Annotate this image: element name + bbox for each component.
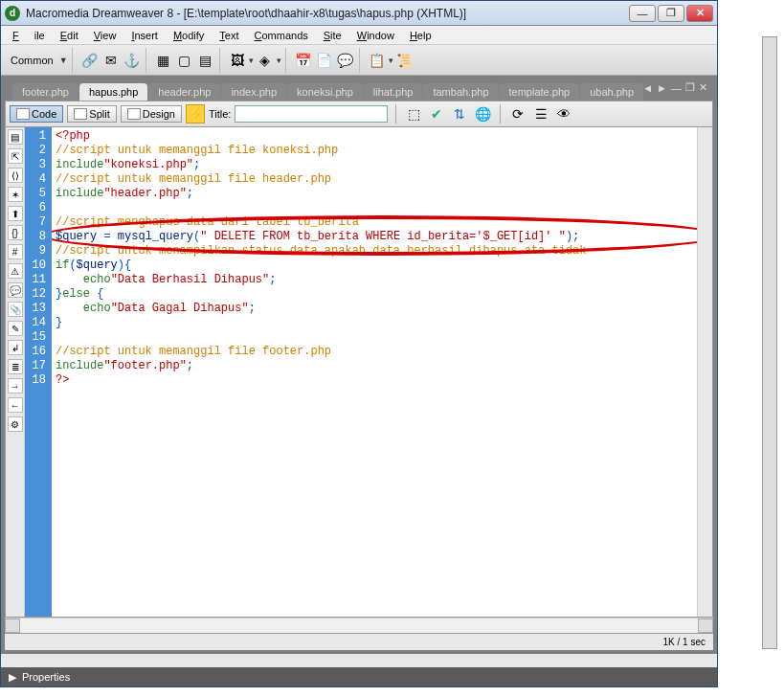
line-numbers-icon[interactable]: # xyxy=(8,244,23,259)
tab-scroll-left-icon[interactable]: ◄ xyxy=(642,82,653,94)
highlight-invalid-icon[interactable]: ⚠ xyxy=(8,263,23,279)
open-documents-icon[interactable]: ▤ xyxy=(8,129,23,145)
properties-panel-header[interactable]: ▶ Properties xyxy=(1,667,717,686)
preview-browser-icon[interactable]: 🌐 xyxy=(473,104,492,124)
media-icon[interactable]: ◈ xyxy=(256,51,275,70)
no-browser-check-icon[interactable]: ⬚ xyxy=(404,104,423,124)
app-icon: d xyxy=(5,6,20,21)
doc-minimize-icon[interactable]: — xyxy=(671,82,682,94)
tab-lihat[interactable]: lihat.php xyxy=(364,83,423,101)
insert-category-label[interactable]: Common xyxy=(11,55,57,66)
chevron-down-icon[interactable]: ▾ xyxy=(249,56,254,65)
refresh-icon[interactable]: ⟳ xyxy=(508,104,527,124)
design-view-button[interactable]: Design xyxy=(121,105,182,123)
date-icon[interactable]: 📅 xyxy=(294,51,313,70)
code-toolbar-vertical: ▤ ⇱ ⟨⟩ ✶ ⬆ {} # ⚠ 💬 📎 ✎ ↲ ≣ → ← ⚙ xyxy=(6,127,25,617)
tab-index[interactable]: index.php xyxy=(221,83,286,101)
line-number-gutter: 123456789101112131415161718 xyxy=(25,127,52,617)
title-label: Title: xyxy=(209,108,231,120)
titlebar-text: Macromedia Dreamweaver 8 - [E:\template\… xyxy=(26,7,629,20)
tab-header[interactable]: header.php xyxy=(148,83,220,101)
expand-all-icon[interactable]: ✶ xyxy=(8,187,23,202)
menu-window[interactable]: Window xyxy=(349,28,402,43)
hyperlink-icon[interactable]: 🔗 xyxy=(80,51,100,70)
title-input[interactable] xyxy=(235,105,388,123)
horizontal-scrollbar[interactable] xyxy=(5,618,713,633)
balance-braces-icon[interactable]: {} xyxy=(8,225,23,240)
layout-icon[interactable]: ▤ xyxy=(196,51,215,70)
visual-aids-icon[interactable]: 👁 xyxy=(554,104,573,124)
named-anchor-icon[interactable]: ⚓ xyxy=(123,51,142,70)
menu-insert[interactable]: Insert xyxy=(123,28,166,43)
live-data-icon[interactable]: ⚡ xyxy=(186,104,205,124)
close-button[interactable]: ✕ xyxy=(686,5,713,22)
auto-indent-icon[interactable]: 📎 xyxy=(8,302,23,317)
syntax-coloring-icon[interactable]: 💬 xyxy=(8,282,23,298)
tab-ubah[interactable]: ubah.php xyxy=(580,83,643,101)
background-frame xyxy=(762,36,777,649)
expand-arrow-icon: ▶ xyxy=(9,671,16,684)
status-text: 1K / 1 sec xyxy=(663,637,706,647)
tab-tambah[interactable]: tambah.php xyxy=(423,83,498,101)
comment-icon[interactable]: 💬 xyxy=(336,51,355,70)
menu-commands[interactable]: Commands xyxy=(247,28,316,43)
status-bar: 1K / 1 sec xyxy=(5,633,713,650)
design-view-icon xyxy=(127,108,141,120)
collapse-full-tag-icon[interactable]: ⇱ xyxy=(8,148,23,164)
validate-icon[interactable]: ✔ xyxy=(427,104,446,124)
tab-koneksi[interactable]: koneksi.php xyxy=(287,83,363,101)
tab-scroll-right-icon[interactable]: ► xyxy=(657,82,667,94)
tab-hapus[interactable]: hapus.php xyxy=(79,83,147,101)
apply-comment-icon[interactable]: ✎ xyxy=(8,321,23,336)
menu-view[interactable]: View xyxy=(86,28,124,43)
menu-site[interactable]: Site xyxy=(316,28,349,43)
split-view-button[interactable]: Split xyxy=(67,105,116,123)
select-parent-tag-icon[interactable]: ⬆ xyxy=(8,206,23,221)
titlebar: d Macromedia Dreamweaver 8 - [E:\templat… xyxy=(1,1,717,26)
insert-toolbar: Common ▼ 🔗 ✉ ⚓ ▦ ▢ ▤ 🖼▾ ◈▾ 📅 📄 💬 📋▾ 📜 xyxy=(1,45,717,76)
window-controls: — ❐ ✕ xyxy=(629,5,713,22)
format-source-icon[interactable]: ⚙ xyxy=(8,416,23,432)
head-icon[interactable]: 📋 xyxy=(368,51,387,70)
view-options-icon[interactable]: ☰ xyxy=(531,104,550,124)
split-view-icon xyxy=(74,108,87,120)
properties-label: Properties xyxy=(22,671,70,683)
maximize-button[interactable]: ❐ xyxy=(658,5,684,22)
scroll-left-button[interactable] xyxy=(5,618,20,633)
menubar: File Edit View Insert Modify Text Comman… xyxy=(1,26,717,45)
doc-close-icon[interactable]: ✕ xyxy=(699,81,707,94)
tab-footer[interactable]: footer.php xyxy=(12,83,78,101)
email-link-icon[interactable]: ✉ xyxy=(101,51,121,70)
minimize-button[interactable]: — xyxy=(629,5,656,22)
collapse-selection-icon[interactable]: ⟨⟩ xyxy=(8,168,23,183)
document-toolbar: Code Split Design ⚡ Title: ⬚ ✔ ⇅ 🌐 ⟳ ☰ 👁 xyxy=(5,101,713,127)
tab-template[interactable]: template.php xyxy=(500,83,580,101)
application-window: d Macromedia Dreamweaver 8 - [E:\templat… xyxy=(0,0,718,687)
menu-modify[interactable]: Modify xyxy=(166,28,212,43)
div-icon[interactable]: ▢ xyxy=(175,51,194,70)
vertical-scrollbar[interactable] xyxy=(697,127,712,617)
chevron-down-icon[interactable]: ▾ xyxy=(277,56,281,65)
indent-icon[interactable]: → xyxy=(8,378,23,393)
document-area: footer.php hapus.php header.php index.ph… xyxy=(1,76,717,654)
table-icon[interactable]: ▦ xyxy=(154,51,173,70)
code-editor: ▤ ⇱ ⟨⟩ ✶ ⬆ {} # ⚠ 💬 📎 ✎ ↲ ≣ → ← ⚙ 123456… xyxy=(5,127,713,618)
chevron-down-icon[interactable]: ▾ xyxy=(389,56,393,65)
code-view-button[interactable]: Code xyxy=(10,105,63,123)
image-icon[interactable]: 🖼 xyxy=(228,51,247,70)
recent-snippets-icon[interactable]: ≣ xyxy=(8,359,23,374)
outdent-icon[interactable]: ← xyxy=(8,397,23,413)
menu-file[interactable]: File xyxy=(5,28,53,43)
menu-edit[interactable]: Edit xyxy=(53,28,86,43)
chevron-down-icon[interactable]: ▼ xyxy=(59,56,68,65)
menu-help[interactable]: Help xyxy=(402,28,439,43)
file-management-icon[interactable]: ⇅ xyxy=(450,104,469,124)
menu-text[interactable]: Text xyxy=(212,28,246,43)
script-icon[interactable]: 📜 xyxy=(395,51,414,70)
scroll-right-button[interactable] xyxy=(698,618,713,633)
server-include-icon[interactable]: 📄 xyxy=(315,51,334,70)
wrap-tag-icon[interactable]: ↲ xyxy=(8,340,23,355)
code-text-area[interactable]: <?php//script untuk memanggil file konek… xyxy=(52,127,697,617)
document-tabs: footer.php hapus.php header.php index.ph… xyxy=(5,79,713,101)
doc-restore-icon[interactable]: ❐ xyxy=(685,81,695,94)
